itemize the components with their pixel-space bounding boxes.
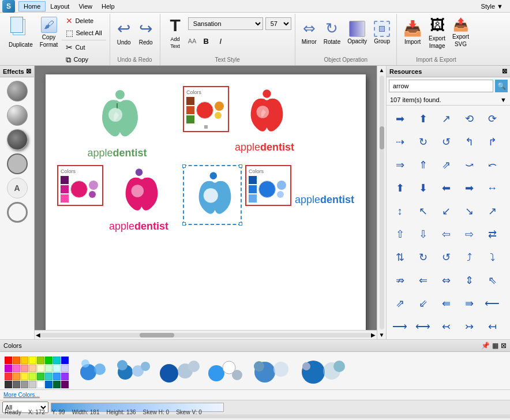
arrow-item-2[interactable]: ↗ [435,108,457,130]
color-swatch-10[interactable] [21,365,28,372]
color-swatch-19[interactable] [29,373,36,380]
select-all-button[interactable]: ⬚ Select All [62,27,106,39]
arrow-item-47[interactable]: ↢ [435,316,457,337]
arrow-item-14[interactable]: ⤺ [481,154,503,176]
hscroll-thumb[interactable] [140,333,174,337]
color-swatch-15[interactable] [61,365,69,372]
color-swatch-29[interactable] [45,381,52,388]
arrow-item-19[interactable]: ↔ [481,177,503,199]
arrow-item-18[interactable]: ➡ [458,177,480,199]
arrow-item-23[interactable]: ↘ [458,200,480,222]
color-swatch-9[interactable] [13,365,20,372]
copy-button[interactable]: ⧉ Copy [62,54,106,65]
arrow-item-8[interactable]: ↰ [458,131,480,153]
canvas-scroll[interactable]: appledentist Colors [35,66,377,330]
arrow-item-9[interactable]: ↱ [481,131,503,153]
color-swatch-6[interactable] [53,357,61,364]
color-swatch-26[interactable] [21,381,28,388]
color-swatch-28[interactable] [37,381,44,388]
arrow-item-46[interactable]: ⟷ [412,316,434,337]
redo-button[interactable]: ↪ Redo [136,15,156,50]
cut-button[interactable]: ✂ Cut [62,42,106,53]
color-swatch-1[interactable] [13,357,20,364]
arrow-item-11[interactable]: ⇑ [412,154,434,176]
resources-close[interactable]: ⊠ [502,68,507,75]
arrow-item-3[interactable]: ⟲ [458,108,480,130]
effect-flat[interactable] [7,81,28,102]
color-swatch-20[interactable] [37,373,44,380]
color-swatch-8[interactable] [5,365,12,372]
arrow-item-44[interactable]: ⟵ [481,292,503,314]
arrow-item-4[interactable]: ⟳ [481,108,503,130]
arrow-item-42[interactable]: ⇚ [435,292,457,314]
scroll-left-btn[interactable]: ◀ [36,332,40,338]
color-swatch-25[interactable] [13,381,20,388]
scroll-down-btn[interactable]: ▼ [378,331,386,339]
color-swatch-4[interactable] [37,357,44,364]
color-swatch-12[interactable] [37,365,44,372]
arrow-item-27[interactable]: ⇦ [435,223,457,245]
arrow-item-49[interactable]: ↤ [481,316,503,337]
arrow-item-40[interactable]: ⇗ [389,292,411,314]
rotate-button[interactable]: ↻ Rotate [321,15,343,50]
arrow-item-38[interactable]: ⇕ [458,269,480,291]
arrow-item-10[interactable]: ⇒ [389,154,411,176]
arrow-item-28[interactable]: ⇨ [458,223,480,245]
size-select[interactable]: 57 [265,17,291,30]
menu-help[interactable]: Help [97,2,119,11]
color-swatch-16[interactable] [5,373,12,380]
add-text-button[interactable]: T Add Text [164,15,187,50]
export-svg-button[interactable]: 📤 Export SVG [449,15,472,50]
arrow-item-25[interactable]: ⇧ [389,223,411,245]
arrow-item-26[interactable]: ⇩ [412,223,434,245]
color-swatch-3[interactable] [29,357,36,364]
scroll-right-btn[interactable]: ▶ [371,332,376,338]
colors-pin[interactable]: 📌 [481,342,490,350]
color-swatch-24[interactable] [5,381,12,388]
arrow-item-43[interactable]: ⇛ [458,292,480,314]
arrow-item-17[interactable]: ⬅ [435,177,457,199]
canvas-vscroll[interactable]: ▲ ▼ [377,66,386,339]
font-select[interactable]: Sansation [188,17,263,30]
arrow-item-5[interactable]: ⇢ [389,131,411,153]
color-swatch-21[interactable] [45,373,52,380]
arrow-item-34[interactable]: ⤵ [481,246,503,268]
color-swatch-31[interactable] [61,381,69,388]
results-dropdown[interactable]: ▼ [500,96,507,103]
delete-button[interactable]: ✕ Delete [62,15,106,27]
arrow-item-48[interactable]: ↣ [458,316,480,337]
arrow-item-12[interactable]: ⇗ [435,154,457,176]
colors-grid[interactable]: ▦ [492,342,498,350]
canvas-hscroll[interactable]: ◀ ▶ [35,330,377,339]
arrow-item-15[interactable]: ⬆ [389,177,411,199]
arrow-item-45[interactable]: ⟶ [389,316,411,337]
arrow-item-21[interactable]: ↖ [412,200,434,222]
arrow-item-37[interactable]: ⇔ [435,269,457,291]
color-swatch-7[interactable] [61,357,69,364]
arrow-item-1[interactable]: ⬆ [412,108,434,130]
arrow-item-20[interactable]: ↕ [389,200,411,222]
color-swatch-5[interactable] [45,357,52,364]
color-swatch-27[interactable] [29,381,36,388]
arrow-item-32[interactable]: ↺ [435,246,457,268]
menu-view[interactable]: View [74,2,97,11]
color-swatch-23[interactable] [61,373,69,380]
menu-home[interactable]: Home [18,1,46,12]
arrow-item-31[interactable]: ↻ [412,246,434,268]
color-swatch-30[interactable] [53,381,61,388]
colors-scroll-area[interactable] [74,354,508,387]
color-swatch-13[interactable] [45,365,52,372]
italic-button[interactable]: I [214,35,227,47]
arrow-item-33[interactable]: ⤴ [458,246,480,268]
color-swatch-2[interactable] [21,357,28,364]
group-button[interactable]: Group [371,15,393,50]
effect-outline[interactable] [7,153,28,174]
effects-close[interactable]: ⊠ [26,68,31,75]
style-label[interactable]: Style ▼ [481,3,508,10]
search-button[interactable]: 🔍 [495,80,508,92]
arrow-item-24[interactable]: ↗ [481,200,503,222]
arrow-item-41[interactable]: ⇙ [412,292,434,314]
copy-format-button[interactable]: 🖌 Copy Format [37,15,61,50]
bold-button[interactable]: B [200,35,212,47]
effect-shadow[interactable] [7,129,28,150]
